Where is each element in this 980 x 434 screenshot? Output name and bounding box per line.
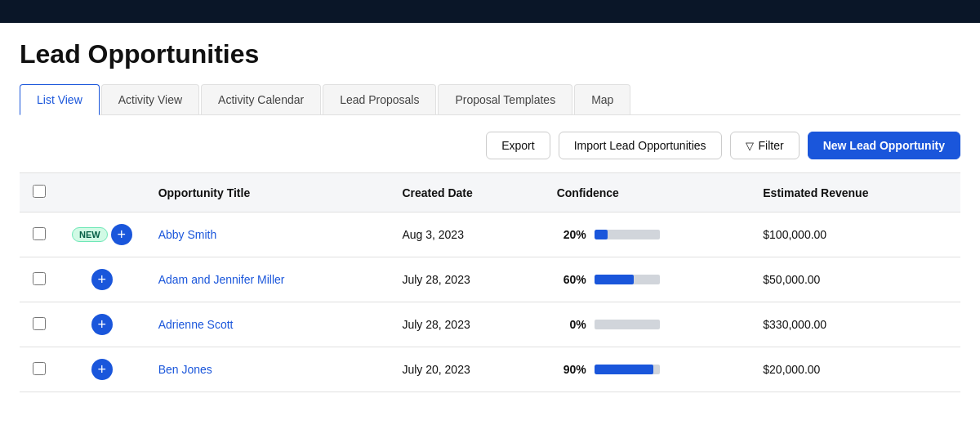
tab-proposal-templates[interactable]: Proposal Templates	[438, 84, 572, 114]
header-opportunity-title: Opportunity Title	[145, 173, 390, 213]
add-button-3[interactable]: +	[91, 359, 113, 380]
confidence-pct-0: 20%	[557, 228, 586, 241]
opportunity-name-0[interactable]: Abby Smith	[158, 228, 217, 241]
confidence-cell-1: 60%	[544, 257, 751, 302]
row-checkbox-2[interactable]	[33, 317, 46, 330]
add-button-1[interactable]: +	[91, 269, 113, 290]
lead-opportunities-table: Opportunity Title Created Date Confidenc…	[20, 172, 960, 392]
revenue-3: $20,000.00	[750, 347, 960, 392]
header-created-date: Created Date	[389, 173, 543, 213]
table-row: +Adrienne ScottJuly 28, 2023 0% $330,000…	[20, 302, 960, 347]
row-checkbox-1[interactable]	[33, 272, 46, 285]
header-checkbox-col	[20, 173, 59, 213]
new-badge: NEW	[72, 227, 108, 242]
header-confidence: Confidence	[544, 173, 751, 213]
confidence-cell-2: 0%	[544, 302, 751, 347]
select-all-checkbox[interactable]	[33, 185, 46, 198]
tab-activity-view[interactable]: Activity View	[101, 84, 199, 114]
created-date-1: July 28, 2023	[389, 257, 543, 302]
revenue-2: $330,000.00	[750, 302, 960, 347]
confidence-bar-fill-0	[595, 230, 608, 239]
header-estimated-revenue: Estimated Revenue	[750, 173, 960, 213]
tab-map[interactable]: Map	[574, 84, 630, 114]
confidence-bar-bg-1	[595, 275, 660, 284]
toolbar: Export Import Lead Opportunities ▽ Filte…	[20, 115, 960, 172]
new-lead-opportunity-button[interactable]: New Lead Opportunity	[808, 132, 960, 159]
confidence-bar-bg-0	[595, 230, 660, 239]
filter-icon: ▽	[746, 140, 754, 152]
revenue-1: $50,000.00	[750, 257, 960, 302]
opportunity-name-2[interactable]: Adrienne Scott	[158, 318, 234, 331]
confidence-pct-3: 90%	[557, 363, 586, 376]
page-title: Lead Opportunities	[20, 39, 960, 69]
opportunity-name-3[interactable]: Ben Jones	[158, 363, 212, 376]
export-button[interactable]: Export	[486, 132, 550, 159]
created-date-0: Aug 3, 2023	[389, 213, 543, 257]
row-checkbox-3[interactable]	[33, 362, 46, 375]
confidence-bar-bg-3	[595, 365, 660, 374]
add-button-0[interactable]: +	[111, 224, 132, 245]
confidence-bar-fill-1	[595, 275, 634, 284]
opportunity-name-1[interactable]: Adam and Jennifer Miller	[158, 273, 285, 286]
confidence-pct-1: 60%	[557, 273, 586, 286]
created-date-3: July 20, 2023	[389, 347, 543, 392]
top-bar	[0, 0, 980, 23]
row-checkbox-0[interactable]	[33, 227, 46, 240]
add-button-2[interactable]: +	[91, 314, 113, 335]
table-row: +Adam and Jennifer MillerJuly 28, 2023 6…	[20, 257, 960, 302]
confidence-pct-2: 0%	[557, 318, 586, 331]
confidence-cell-3: 90%	[544, 347, 751, 392]
tabs-container: List View Activity View Activity Calenda…	[20, 84, 960, 115]
filter-button[interactable]: ▽ Filter	[730, 132, 800, 159]
table-row: +Ben JonesJuly 20, 2023 90% $20,000.00	[20, 347, 960, 392]
created-date-2: July 28, 2023	[389, 302, 543, 347]
confidence-bar-fill-3	[595, 365, 653, 374]
tab-activity-calendar[interactable]: Activity Calendar	[201, 84, 321, 114]
confidence-cell-0: 20%	[544, 213, 751, 257]
header-icons-col	[59, 173, 145, 213]
tab-list-view[interactable]: List View	[20, 84, 100, 115]
revenue-0: $100,000.00	[750, 213, 960, 257]
confidence-bar-bg-2	[595, 320, 660, 329]
table-row: NEW+Abby SmithAug 3, 2023 20% $100,000.0…	[20, 213, 960, 257]
import-button[interactable]: Import Lead Opportunities	[559, 132, 722, 159]
tab-lead-proposals[interactable]: Lead Proposals	[323, 84, 436, 114]
table-header-row: Opportunity Title Created Date Confidenc…	[20, 173, 960, 213]
